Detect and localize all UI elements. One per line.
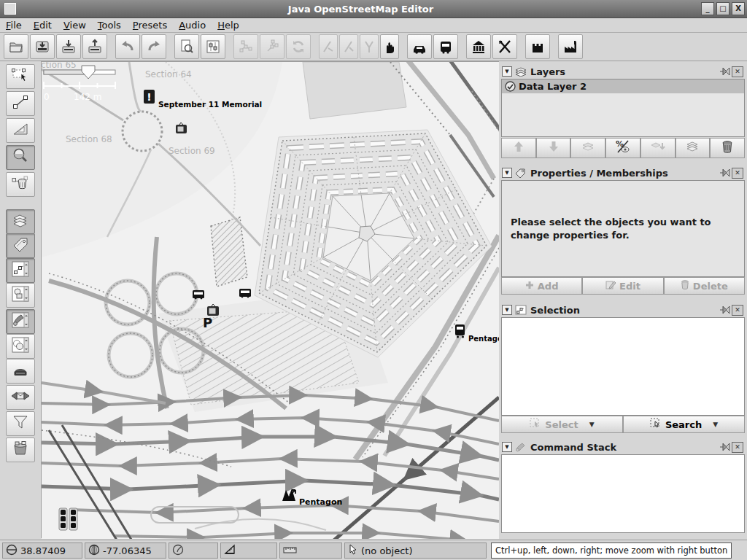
pan-button[interactable] <box>380 34 399 59</box>
layers-panel-header: ▼ Layers ✕ <box>500 64 746 79</box>
conflict-toggle-button[interactable] <box>6 385 35 410</box>
upload-button[interactable] <box>82 34 107 59</box>
castle-preset-button[interactable] <box>525 34 550 59</box>
styles-toggle-button[interactable] <box>6 334 35 359</box>
pentagon-bus-label: Pentagon <box>468 335 499 343</box>
bank-preset-button[interactable] <box>466 34 491 59</box>
refresh-button[interactable] <box>286 34 311 59</box>
properties-toggle-button[interactable] <box>6 233 35 258</box>
close-icon[interactable]: ✕ <box>732 66 743 77</box>
unglue-button[interactable] <box>360 34 379 59</box>
collapse-icon[interactable]: ▼ <box>502 168 512 178</box>
pin-icon[interactable] <box>720 168 730 178</box>
menu-help[interactable]: Help <box>212 19 245 31</box>
layer-up-button[interactable] <box>501 138 536 158</box>
select-tool-button[interactable] <box>6 64 35 89</box>
menu-edit[interactable]: Edit <box>28 19 58 31</box>
selection-list[interactable] <box>501 317 745 416</box>
collapse-icon[interactable]: ▼ <box>502 66 512 77</box>
measure-tool-button[interactable] <box>6 118 35 143</box>
menu-audio[interactable]: Audio <box>173 19 212 31</box>
relations-toggle-button[interactable] <box>6 283 35 308</box>
preferences-button[interactable] <box>201 34 225 59</box>
bus-preset-button[interactable] <box>433 34 458 59</box>
merge-layers-button[interactable] <box>570 138 605 158</box>
pin-icon[interactable] <box>720 306 730 315</box>
map-view[interactable]: ! P Section 65 Section 64 Section 68 Sec… <box>42 61 499 539</box>
latitude-value: 38.87409 <box>20 545 66 556</box>
section-68-label: Section 68 <box>66 134 112 144</box>
delete-tool-button[interactable] <box>6 172 35 197</box>
layer-opacity-button[interactable]: % <box>605 138 640 158</box>
command-stack-list[interactable] <box>501 454 745 533</box>
edit-button[interactable]: Edit <box>582 277 663 295</box>
draw-nodes-button[interactable] <box>6 91 35 116</box>
cursor-icon <box>348 544 358 558</box>
menu-presets[interactable]: Presets <box>127 19 173 31</box>
menu-view[interactable]: View <box>58 19 92 31</box>
changeset-toggle-button[interactable] <box>6 438 35 462</box>
down-arrow-icon <box>547 140 560 156</box>
trash-icon <box>721 140 734 156</box>
download-button[interactable] <box>56 34 81 59</box>
layers-icon <box>515 66 527 77</box>
bus-stop-icon <box>239 289 251 298</box>
pin-icon[interactable] <box>720 67 730 77</box>
open-button[interactable] <box>4 34 28 59</box>
notes-toggle-button[interactable] <box>6 359 35 384</box>
join-ways-button[interactable] <box>260 34 285 59</box>
command-stack-icon <box>11 311 30 332</box>
selection-toggle-button[interactable] <box>6 258 35 283</box>
merge-ways-button[interactable] <box>233 34 258 59</box>
command-stack-toggle-button[interactable] <box>6 309 35 334</box>
duplicate-layer-button[interactable] <box>676 138 711 158</box>
factory-preset-button[interactable] <box>558 34 583 59</box>
delete-button[interactable]: Delete <box>664 277 745 295</box>
filter-funnel-icon <box>11 413 30 434</box>
select-cursor-icon <box>530 418 541 431</box>
pin-icon[interactable] <box>720 443 730 452</box>
selection-list-icon <box>11 260 30 281</box>
layer-visibility-icon[interactable] <box>505 81 516 92</box>
delete-layer-button[interactable] <box>710 138 745 158</box>
layers-list[interactable]: Data Layer 2 <box>501 79 745 137</box>
select-button[interactable]: Select▼ <box>501 416 623 433</box>
layers-toggle-button[interactable] <box>6 209 35 234</box>
trash-icon <box>681 280 689 292</box>
menu-tools[interactable]: Tools <box>92 19 127 31</box>
layer-down-button[interactable] <box>536 138 571 158</box>
collapse-icon[interactable]: ▼ <box>502 305 512 315</box>
split-way-button[interactable] <box>319 34 338 59</box>
add-button[interactable]: Add <box>501 277 582 295</box>
pentagon-station-label: Pentagon <box>299 497 342 507</box>
close-button[interactable]: X <box>732 2 745 15</box>
search-button[interactable]: Search▼ <box>623 416 745 433</box>
download-object-button[interactable] <box>174 34 199 59</box>
maximize-button[interactable]: □ <box>716 2 729 15</box>
minimize-button[interactable]: _ <box>701 2 714 15</box>
merge-layers-icon <box>581 141 595 155</box>
close-icon[interactable]: ✕ <box>732 442 743 453</box>
save-button[interactable] <box>30 34 55 59</box>
dropdown-arrow-icon: ▼ <box>713 421 718 428</box>
close-icon[interactable]: ✕ <box>732 305 743 316</box>
split-way-icon <box>322 39 335 54</box>
close-icon[interactable]: ✕ <box>732 168 743 179</box>
collapse-icon[interactable]: ▼ <box>502 442 512 452</box>
merge-down-button[interactable] <box>640 138 676 158</box>
combine-way-button[interactable] <box>339 34 358 59</box>
unglue-icon <box>363 39 376 54</box>
redo-button[interactable] <box>142 34 166 59</box>
undo-button[interactable] <box>115 34 140 59</box>
zoom-tool-button[interactable] <box>6 145 35 170</box>
select-icon <box>11 66 30 87</box>
car-icon <box>411 39 427 55</box>
layer-row[interactable]: Data Layer 2 <box>502 79 744 93</box>
tag-icon <box>11 236 30 256</box>
plus-icon <box>525 281 534 292</box>
properties-buttons: Add Edit Delete <box>501 277 745 295</box>
menu-file[interactable]: File <box>0 19 28 31</box>
car-preset-button[interactable] <box>407 34 432 59</box>
filter-toggle-button[interactable] <box>6 411 35 436</box>
restaurant-preset-button[interactable] <box>492 34 517 59</box>
